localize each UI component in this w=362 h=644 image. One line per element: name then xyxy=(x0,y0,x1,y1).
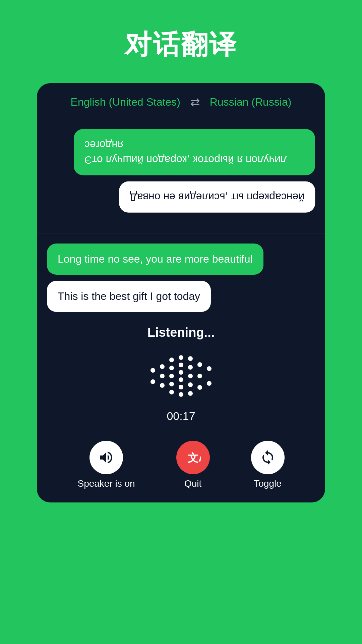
dot xyxy=(160,364,165,369)
upper-msg-2-text: Давно не виделись, ты прекрасней xyxy=(130,191,304,203)
dot xyxy=(179,385,183,389)
swap-icon[interactable]: ⇄ xyxy=(190,95,200,109)
source-language[interactable]: English (United States) xyxy=(71,96,180,108)
speaker-control: Speaker is on xyxy=(77,441,135,489)
dot xyxy=(169,358,174,362)
message-bubble-upper-1: Это лучший подарок, который я получил се… xyxy=(47,129,315,175)
dot xyxy=(169,390,174,394)
waveform-col-5 xyxy=(188,356,193,396)
dot xyxy=(207,366,212,371)
toggle-label: Toggle xyxy=(254,478,282,489)
dot xyxy=(179,363,183,367)
waveform-col-2 xyxy=(160,364,165,388)
svg-text:文A: 文A xyxy=(188,452,201,464)
speaker-icon xyxy=(98,449,114,466)
listening-label: Listening... xyxy=(147,325,215,340)
lower-msg-2-text: This is the best gift I got today xyxy=(58,290,200,302)
speaker-label: Speaker is on xyxy=(77,478,135,489)
dot xyxy=(160,374,165,378)
toggle-button[interactable] xyxy=(251,441,285,474)
dot xyxy=(188,382,193,387)
dot xyxy=(197,374,202,378)
message-bubble-upper-2: Давно не виделись, ты прекрасней xyxy=(47,181,315,213)
dot xyxy=(188,374,193,378)
waveform-col-3 xyxy=(169,358,174,394)
waveform-col-1 xyxy=(150,368,155,384)
waveform-col-6 xyxy=(197,362,202,390)
language-header: English (United States) ⇄ Russian (Russi… xyxy=(37,83,325,119)
dot xyxy=(188,391,193,396)
chat-upper: Это лучший подарок, который я получил се… xyxy=(37,119,325,233)
dot xyxy=(179,377,183,382)
dot xyxy=(169,382,174,386)
dot xyxy=(169,374,174,378)
dot xyxy=(179,355,183,360)
timer: 00:17 xyxy=(167,410,195,423)
page-title: 对话翻译 xyxy=(125,27,237,63)
message-bubble-lower-1: Long time no see, you are more beautiful xyxy=(47,244,315,275)
upper-msg-1-text: Это лучший подарок, который я получил се… xyxy=(84,139,287,166)
bottom-controls: Speaker is on 文A Quit Toggle xyxy=(37,434,325,502)
dot xyxy=(150,368,155,373)
waveform-col-4 xyxy=(179,355,183,397)
dot xyxy=(179,370,183,375)
dot xyxy=(188,365,193,370)
quit-control: 文A Quit xyxy=(176,441,210,489)
dot xyxy=(207,381,212,386)
dot xyxy=(169,366,174,370)
translate-icon: 文A xyxy=(185,449,201,466)
dot xyxy=(197,385,202,390)
dot xyxy=(197,362,202,367)
speaker-button[interactable] xyxy=(89,441,123,474)
quit-button[interactable]: 文A xyxy=(176,441,210,474)
quit-label: Quit xyxy=(184,478,201,489)
toggle-icon xyxy=(260,449,276,466)
dot xyxy=(179,392,183,397)
translator-card: English (United States) ⇄ Russian (Russi… xyxy=(37,83,325,502)
dot xyxy=(188,356,193,361)
dot xyxy=(150,379,155,384)
listening-section: Listening... xyxy=(37,319,325,434)
target-language[interactable]: Russian (Russia) xyxy=(210,96,292,108)
waveform-col-7 xyxy=(207,366,212,386)
dot xyxy=(160,383,165,388)
message-bubble-lower-2: This is the best gift I got today xyxy=(47,281,315,312)
waveform xyxy=(150,349,212,403)
chat-lower: Long time no see, you are more beautiful… xyxy=(37,233,325,319)
toggle-control: Toggle xyxy=(251,441,285,489)
lower-msg-1-text: Long time no see, you are more beautiful xyxy=(58,253,253,265)
